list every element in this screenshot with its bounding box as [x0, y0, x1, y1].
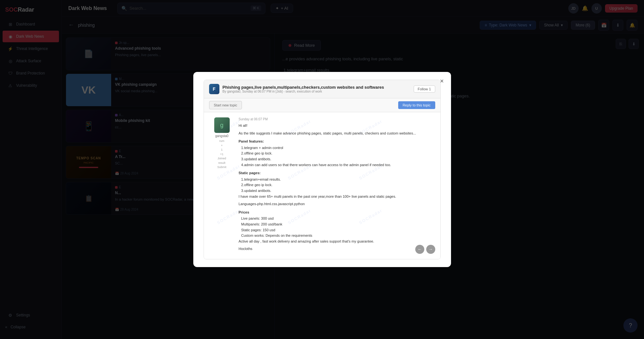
forum-user-column: g gangsta0 rum+1+1JoinedresultSubmit — [209, 117, 235, 254]
forum-user-avatar: g — [214, 117, 230, 133]
list-item: 3.updated antibots. — [241, 188, 435, 194]
list-item: 4.admin can add users so that there work… — [241, 162, 435, 168]
list-item: 1.telegram+email results. — [241, 177, 435, 183]
post-greeting: Hi all! — [239, 123, 435, 129]
forum-toolbar: Start new topic Reply to this topic — [204, 98, 440, 112]
right-arrow-icon: → — [428, 247, 433, 252]
list-item: Custom works: Depends on the requirement… — [241, 233, 435, 239]
close-icon: × — [440, 77, 444, 85]
languages-text: Languages-php.html.css.javascript.python — [239, 201, 435, 207]
forum-post: SOCRadar SOCRadar SOCRadar SOCRadar SOCR… — [204, 80, 441, 259]
forum-title-area: Phishing pages,live panels,multipanels,c… — [223, 85, 410, 93]
start-new-topic-button[interactable]: Start new topic — [209, 101, 242, 109]
modal-backdrop[interactable]: × SOCRadar SOCRadar SOCRadar SOCRadar SO… — [0, 0, 644, 339]
panel-features-title: Panel features: — [239, 139, 435, 145]
forum-body: g gangsta0 rum+1+1JoinedresultSubmit Sun… — [204, 112, 440, 259]
list-item: 2.offline geo ip lock. — [241, 151, 435, 156]
next-button[interactable]: → — [426, 245, 435, 254]
list-item: Live panels: 300 usd — [241, 216, 435, 222]
guarantee-text: Active all day , fast work delivery and … — [239, 239, 435, 244]
list-item: 1.telegram + admin control — [241, 145, 435, 151]
left-arrow-icon: ← — [418, 247, 422, 252]
list-item: 2.offline geo ip lock. — [241, 182, 435, 188]
forum-user-stats: rum+1+1JoinedresultSubmit — [217, 139, 226, 170]
static-pages-title: Static pages: — [239, 170, 435, 176]
forum-logo: F — [209, 84, 219, 94]
list-item: Multipanels: 200 usd/bank — [241, 222, 435, 227]
forum-meta: By gangsta0, Sunday at 06:07 PM in [Job]… — [223, 90, 410, 93]
contact-text: Hocloths — [239, 246, 435, 252]
post-intro: As the title suggests I make advance phi… — [239, 131, 435, 136]
made-text: I have made over 65+ multi panels in the… — [239, 194, 435, 200]
forum-nav-buttons: ← → — [415, 245, 435, 254]
forum-post-text: Hi all! As the title suggests I make adv… — [239, 123, 435, 252]
forum-post-body: Sunday at 06:07 PM Hi all! As the title … — [239, 117, 435, 254]
list-item: 3.updated antibots. — [241, 156, 435, 162]
prev-button[interactable]: ← — [415, 245, 424, 254]
follow-button[interactable]: Follow 1 — [414, 85, 435, 93]
reply-button[interactable]: Reply to this topic — [398, 101, 435, 109]
list-item: Static pages: 150 usd — [241, 227, 435, 233]
prices-title: Prices — [239, 210, 435, 215]
modal-close-button[interactable]: × — [437, 76, 447, 85]
forum-post-title: Phishing pages,live panels,multipanels,c… — [223, 85, 410, 90]
modal-dialog: × SOCRadar SOCRadar SOCRadar SOCRadar SO… — [193, 72, 451, 267]
forum-username: gangsta0 — [215, 134, 228, 138]
modal-content: SOCRadar SOCRadar SOCRadar SOCRadar SOCR… — [193, 72, 451, 267]
forum-header: F Phishing pages,live panels,multipanels… — [204, 80, 440, 98]
forum-post-date: Sunday at 06:07 PM — [239, 117, 435, 121]
